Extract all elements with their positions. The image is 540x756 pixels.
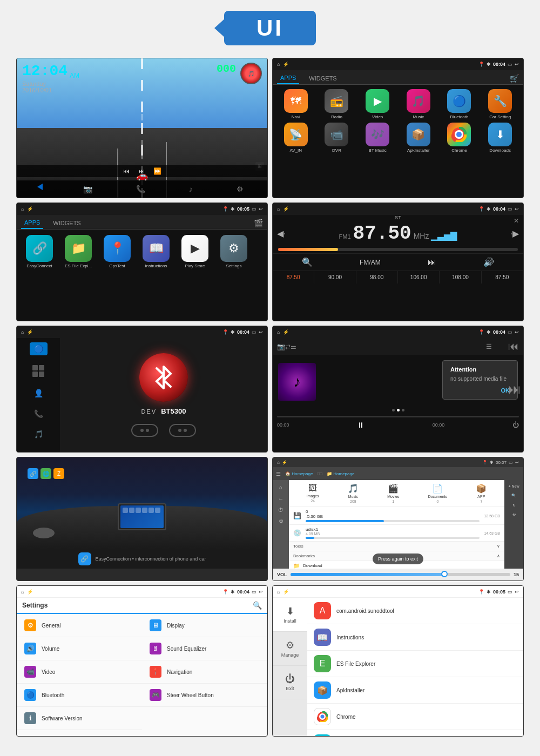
files-right-toolbox[interactable]: ⚒ xyxy=(512,513,516,517)
media-progress-bar[interactable] xyxy=(277,416,519,417)
install-item-sunoddtool[interactable]: A com.android.sunoddtool xyxy=(307,598,523,624)
files-cat-docs[interactable]: 📄 Documents 0 xyxy=(428,483,447,503)
settings-item-nav[interactable]: 📍 Navigation xyxy=(142,660,267,684)
app-icon-btmusic: 🎶 xyxy=(366,123,389,146)
radio-seek-slider[interactable] xyxy=(278,248,518,251)
files-right-new[interactable]: + New xyxy=(508,484,519,488)
media-shuffle-icon[interactable]: ⇄ xyxy=(285,343,291,350)
settings-btn[interactable]: ⚙ xyxy=(233,184,247,194)
settings-item-display[interactable]: 🖥 Display xyxy=(142,614,267,637)
radio-prev-btn[interactable]: ◀· xyxy=(277,228,286,239)
apps-menu-2[interactable]: 🛒 xyxy=(510,74,519,83)
tab-widgets-2[interactable]: WIDGETS xyxy=(306,73,340,84)
app-dvr[interactable]: 📹 DVR xyxy=(318,123,356,153)
tab-widgets-3[interactable]: WIDGETS xyxy=(50,218,84,228)
tab-apps-2[interactable]: APPS xyxy=(277,72,299,84)
app-gpstest[interactable]: 📍 GpsTest xyxy=(100,235,134,268)
tab-apps-3[interactable]: APPS xyxy=(21,217,43,229)
files-tools-arrow[interactable]: ∨ xyxy=(497,544,500,549)
media-skip-fwd-btn[interactable]: ⏭ xyxy=(508,382,521,397)
manage-btn[interactable]: ⚙ Manage xyxy=(273,632,307,666)
settings-item-volume[interactable]: 🔊 Volume xyxy=(17,637,142,660)
radio-freq-item-6[interactable]: 87.50 xyxy=(482,271,523,284)
install-item-easyconnection[interactable]: 🔗 EasyConnection xyxy=(307,730,523,737)
app-playstore[interactable]: ▶ Play Store xyxy=(178,235,212,268)
bt-sidebar-music-btn[interactable]: 🎵 xyxy=(32,428,45,441)
radio-close-btn[interactable]: ✕ xyxy=(514,217,519,225)
settings-item-video[interactable]: 📹 Video xyxy=(17,660,142,684)
media-pause-btn[interactable]: ⏸ xyxy=(357,421,364,429)
attention-ok-btn[interactable]: OK xyxy=(450,387,510,394)
app-video[interactable]: ▶ Video xyxy=(359,89,396,119)
install-item-esfile[interactable]: E ES File Explorer xyxy=(307,651,523,677)
bt-sidebar-contacts-btn[interactable]: 👤 xyxy=(32,387,45,400)
app-downloads[interactable]: ⬇ Downloads xyxy=(481,123,519,153)
app-navi[interactable]: 🗺 Navi xyxy=(277,89,315,119)
files-sidebar-home[interactable]: ⌂ xyxy=(279,484,282,490)
app-instructions[interactable]: 📖 Instructions xyxy=(139,235,173,268)
radio-skip-btn[interactable]: ⏭ xyxy=(428,258,436,267)
radio-band-label: FM1 xyxy=(339,233,351,240)
radio-freq-item-4[interactable]: 106.00 xyxy=(398,271,440,284)
app-esfile[interactable]: 📁 ES File Expl... xyxy=(61,235,96,268)
radio-freq-item-3[interactable]: 98.00 xyxy=(356,271,398,284)
files-cat-images[interactable]: 🖼 Images 24 xyxy=(307,483,319,503)
app-apkinstaller[interactable]: 📦 ApkInstaller xyxy=(400,123,437,153)
install-item-chrome[interactable]: Chrome xyxy=(307,704,523,730)
settings-item-bt[interactable]: 🔵 Bluetooth xyxy=(17,684,142,707)
music-disc[interactable]: 🎵 xyxy=(240,63,262,84)
install-item-instructions[interactable]: 📖 Instructions xyxy=(307,624,523,651)
radio-freq-item-1[interactable]: 87.50 xyxy=(273,271,314,284)
bt-music-btn[interactable] xyxy=(169,424,196,437)
settings-search-btn[interactable]: 🔍 xyxy=(253,601,262,610)
radio-search-btn[interactable]: 🔍 xyxy=(302,257,313,267)
radio-freq-item-2[interactable]: 90.00 xyxy=(314,271,356,284)
media-power-btn[interactable]: ⏻ xyxy=(512,421,519,429)
media-eq-icon[interactable]: ⚌ xyxy=(291,343,296,350)
app-chrome[interactable]: Chrome xyxy=(441,123,478,153)
prev-track-btn[interactable]: ⏮ xyxy=(123,167,130,175)
app-settings-icon[interactable]: ⚙ Settings xyxy=(217,235,251,268)
settings-header: Settings 🔍 xyxy=(17,598,267,614)
apps-menu-3[interactable]: 🎬 xyxy=(254,219,263,227)
files-cat-movies[interactable]: 🎬 Movies 1 xyxy=(387,483,399,503)
files-sidebar-settings[interactable]: ⚙ xyxy=(279,518,284,524)
app-btmusic[interactable]: 🎶 BT Music xyxy=(359,123,396,153)
app-easyconnect[interactable]: 🔗 EasyConnect xyxy=(22,235,57,268)
app-carsetting[interactable]: 🔧 Car Setting xyxy=(481,89,519,119)
files-menu-icon[interactable]: ☰ xyxy=(276,471,281,477)
next-btn[interactable]: ⏩ xyxy=(153,167,161,175)
radio-next-btn[interactable]: ·▶ xyxy=(510,228,519,239)
bt-sidebar-bt-btn[interactable]: 🔵 xyxy=(30,342,48,355)
settings-item-steer[interactable]: 🎮 Steer Wheel Button xyxy=(142,684,267,707)
vol-track[interactable] xyxy=(291,573,510,576)
install-btn[interactable]: ⬇ Install xyxy=(273,598,307,632)
files-right-refresh[interactable]: ↻ xyxy=(512,503,516,508)
app-music[interactable]: 🎵 Music xyxy=(400,89,437,119)
files-cat-music[interactable]: 🎵 Music 208 xyxy=(348,483,359,503)
radio-freq-item-5[interactable]: 108.00 xyxy=(440,271,481,284)
phone-btn[interactable]: 📞 xyxy=(133,184,148,194)
bt-call-btn[interactable] xyxy=(131,424,158,437)
media-skip-back-btn[interactable]: ⏮ xyxy=(508,340,519,353)
files-sidebar-clock[interactable]: ⏱ xyxy=(278,507,284,513)
bt-sidebar-calls-btn[interactable]: 📞 xyxy=(32,407,45,420)
files-cat-app[interactable]: 📦 APP 7 xyxy=(476,483,487,503)
media-list-icon[interactable]: ☰ xyxy=(486,343,492,350)
nav-btn[interactable] xyxy=(37,184,43,190)
files-bookmarks-arrow[interactable]: ∧ xyxy=(497,554,500,558)
install-item-apkinstaller[interactable]: 📦 ApkInstaller xyxy=(307,677,523,704)
radio-volume-btn[interactable]: 🔊 xyxy=(483,257,494,267)
app-bluetooth[interactable]: 🔵 Bluetooth xyxy=(441,89,478,119)
music-btn[interactable]: ♪ xyxy=(186,184,196,194)
app-radio[interactable]: 📻 Radio xyxy=(318,89,356,119)
exit-btn[interactable]: ⏻ Exit xyxy=(273,666,307,699)
settings-item-software[interactable]: ℹ Software Version xyxy=(17,707,142,730)
settings-item-eq[interactable]: 🎚 Sound Equalizer xyxy=(142,637,267,660)
easy-conn-app-icon[interactable]: 🔗 xyxy=(78,552,91,565)
settings-item-general[interactable]: ⚙ General xyxy=(17,614,142,637)
app-avin[interactable]: 📡 AV_IN xyxy=(277,123,315,153)
camera-btn[interactable]: 📷 xyxy=(80,184,96,194)
files-right-search[interactable]: 🔍 xyxy=(511,494,516,498)
files-sidebar-back[interactable]: ← xyxy=(278,496,284,502)
